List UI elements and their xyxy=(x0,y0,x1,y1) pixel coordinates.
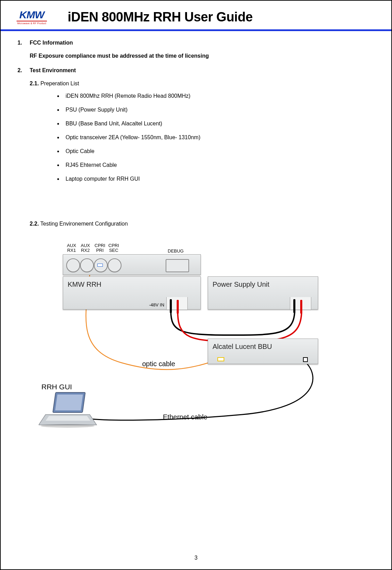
aux-rx2-port xyxy=(80,258,94,272)
ethernet-cable xyxy=(80,361,313,420)
bbu-label: Alcatel Lucent BBU xyxy=(213,341,272,352)
preparation-list: iDEN 800Mhz RRH (Remote Radio Head 800MH… xyxy=(63,92,378,183)
logo-underline xyxy=(17,21,47,21)
power-cable-red xyxy=(178,312,302,341)
optic-cable-label: optic cable xyxy=(142,359,175,369)
port-label-aux-rx1: AUX RX1 xyxy=(67,243,76,253)
logo-subtext: Microwave & RF Product xyxy=(17,22,46,25)
section-number: 2. xyxy=(14,66,22,75)
port-label-debug: DEBUG xyxy=(168,249,184,254)
list-item: Optic transceiver 2EA (Yellow- 1550nm, B… xyxy=(63,133,378,142)
section-title: Test Environment xyxy=(30,66,76,75)
bbu-ethernet-port xyxy=(303,357,308,362)
section-2: 2. Test Environment xyxy=(14,66,378,75)
subsection-number: 2.2. xyxy=(30,221,39,227)
subsection-title: Preperation List xyxy=(40,80,79,86)
list-item: PSU (Power Supply Unit) xyxy=(63,106,378,114)
aux-rx1-port xyxy=(66,258,80,272)
list-item: iDEN 800Mhz RRH (Remote Radio Head 800MH… xyxy=(63,92,378,100)
svg-rect-1 xyxy=(55,395,83,410)
psu-plug-red xyxy=(300,300,302,314)
subsection-number: 2.1. xyxy=(30,80,39,86)
subsection-2-2: 2.2. Testing Environement Configuration xyxy=(30,220,378,228)
ethernet-cable-label: Ethernet cable xyxy=(163,412,207,422)
bbu-optic-port xyxy=(217,357,224,361)
psu-label: Power Supply Unit xyxy=(213,279,270,289)
section-1: 1. FCC Information xyxy=(14,39,378,47)
spacer xyxy=(14,189,378,220)
config-diagram: AUX RX1 AUX RX2 CPRI PRI CPRI SEC DEBUG … xyxy=(35,242,346,435)
cpri-sec-port xyxy=(108,258,121,272)
rrh-plug-black xyxy=(170,299,172,313)
svg-marker-3 xyxy=(46,416,90,421)
document-page: KMW Microwave & RF Product iDEN 800MHz R… xyxy=(0,0,392,570)
cpri-sfp-indicator xyxy=(97,264,103,267)
kmw-logo: KMW Microwave & RF Product xyxy=(17,10,47,25)
subsection-title: Testing Environement Configuration xyxy=(40,221,128,227)
list-item: Optic Cable xyxy=(63,147,378,155)
subsection-2-1: 2.1. Preperation List xyxy=(30,79,378,88)
svg-point-4 xyxy=(41,424,95,428)
section-1-body: RF Exposure compliance must be addressed… xyxy=(30,52,378,60)
port-label-48v: -48V IN xyxy=(149,303,164,307)
psu-plug-black xyxy=(293,299,295,313)
list-item: BBU (Base Band Unit, Alacaltel Lucent) xyxy=(63,120,378,128)
page-title: iDEN 800MHz RRH User Guide xyxy=(68,10,253,25)
list-item: Laptop computer for RRH GUI xyxy=(63,175,378,183)
section-number: 1. xyxy=(14,39,22,47)
section-title: FCC Information xyxy=(30,39,73,47)
page-header: KMW Microwave & RF Product iDEN 800MHz R… xyxy=(14,8,378,28)
rrh-plug-red xyxy=(177,300,179,314)
logo-text: KMW xyxy=(19,10,44,20)
rrh-label: KMW RRH xyxy=(68,279,101,289)
page-number: 3 xyxy=(1,555,391,561)
content-body: 1. FCC Information RF Exposure complianc… xyxy=(14,39,378,435)
list-item: RJ45 Ehternet Cable xyxy=(63,161,378,169)
header-rule xyxy=(1,29,391,31)
port-label-aux-rx2: AUX RX2 xyxy=(81,243,90,253)
port-label-cpri-pri: CPRI PRI xyxy=(95,243,105,253)
debug-port xyxy=(166,259,189,272)
port-label-cpri-sec: CPRI SEC xyxy=(108,243,119,253)
power-cable-black xyxy=(171,311,295,335)
